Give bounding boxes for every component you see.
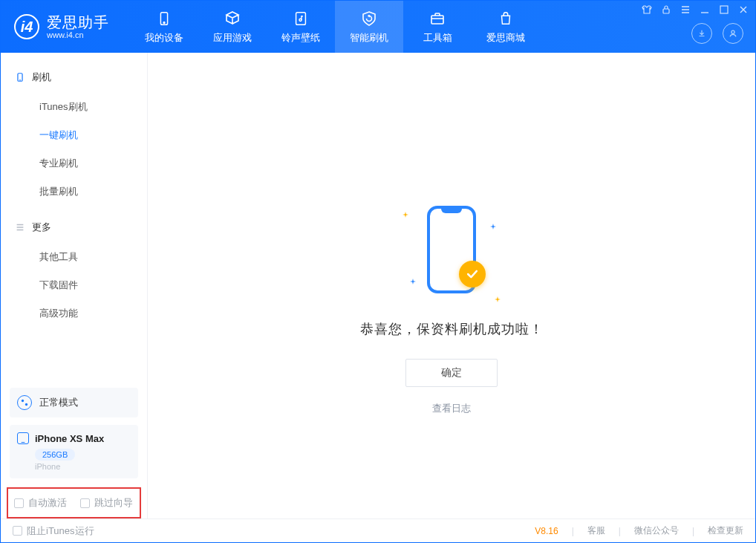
sidebar-group-title: 更多 xyxy=(32,221,51,234)
checkbox-label: 阻止iTunes运行 xyxy=(27,524,94,538)
device-small-icon xyxy=(14,71,26,83)
download-button[interactable] xyxy=(691,23,712,44)
svg-rect-6 xyxy=(431,16,443,24)
brand: i4 爱思助手 www.i4.cn xyxy=(14,14,109,39)
nav-my-device[interactable]: 我的设备 xyxy=(130,1,198,53)
close-button[interactable] xyxy=(737,4,749,16)
svg-point-10 xyxy=(25,403,27,406)
brand-name: 爱思助手 xyxy=(47,14,109,30)
options-highlight-box: 自动激活 跳过向导 xyxy=(7,487,141,518)
device-mode-label: 正常模式 xyxy=(39,396,78,409)
toolbox-icon xyxy=(428,9,447,28)
phone-icon xyxy=(154,9,174,28)
check-update-link[interactable]: 检查更新 xyxy=(708,524,743,537)
sparkle-icon xyxy=(403,207,408,213)
check-badge-icon xyxy=(459,261,486,287)
nav-label: 应用游戏 xyxy=(213,31,252,45)
brand-text: 爱思助手 www.i4.cn xyxy=(47,14,109,39)
nav-label: 工具箱 xyxy=(423,31,452,45)
main-content: 恭喜您，保资料刷机成功啦！ 确定 查看日志 xyxy=(148,53,755,518)
checkbox-box-icon xyxy=(80,498,90,508)
support-link[interactable]: 客服 xyxy=(587,524,605,537)
mode-icon xyxy=(17,395,32,410)
statusbar-right: V8.16 | 客服 | 微信公众号 | 检查更新 xyxy=(535,524,743,537)
tshirt-icon[interactable] xyxy=(641,4,653,16)
brand-logo-icon: i4 xyxy=(14,14,39,39)
device-info-panel[interactable]: iPhone XS Max 256GB iPhone xyxy=(10,425,138,478)
nav-label: 我的设备 xyxy=(145,31,183,45)
device-capacity-badge: 256GB xyxy=(35,449,75,461)
sidebar-item-other-tools[interactable]: 其他工具 xyxy=(1,243,147,271)
statusbar: 阻止iTunes运行 V8.16 | 客服 | 微信公众号 | 检查更新 xyxy=(1,518,755,542)
sparkle-icon xyxy=(495,292,501,298)
view-log-link[interactable]: 查看日志 xyxy=(432,402,471,415)
checkbox-skip-guide[interactable]: 跳过向导 xyxy=(80,496,133,510)
sidebar-item-advanced[interactable]: 高级功能 xyxy=(1,299,147,328)
version-label: V8.16 xyxy=(535,526,558,536)
sidebar-list-flash: iTunes刷机 一键刷机 专业刷机 批量刷机 xyxy=(1,88,147,216)
sidebar-item-batch-flash[interactable]: 批量刷机 xyxy=(1,178,147,206)
nav-toolbox[interactable]: 工具箱 xyxy=(403,1,472,53)
svg-point-7 xyxy=(731,30,734,33)
window-controls xyxy=(641,4,749,16)
list-icon xyxy=(14,221,26,233)
account-button[interactable] xyxy=(723,23,743,44)
sidebar-list-more: 其他工具 下载固件 高级功能 xyxy=(1,238,147,338)
device-mode-panel[interactable]: 正常模式 xyxy=(10,388,138,417)
result-title: 恭喜您，保资料刷机成功啦！ xyxy=(360,320,544,338)
maximize-button[interactable] xyxy=(718,4,730,16)
checkbox-box-icon xyxy=(13,526,22,536)
sidebar-item-download-firmware[interactable]: 下载固件 xyxy=(1,271,147,299)
divider: | xyxy=(619,526,621,536)
sidebar-group-title: 刷机 xyxy=(32,71,51,84)
sparkle-icon xyxy=(410,274,416,280)
top-nav: 我的设备 应用游戏 铃声壁纸 智能刷机 工具箱 爱思商城 xyxy=(130,1,540,53)
checkbox-label: 跳过向导 xyxy=(94,496,133,510)
bag-icon xyxy=(496,9,515,28)
success-illustration xyxy=(385,194,518,305)
body: 刷机 iTunes刷机 一键刷机 专业刷机 批量刷机 更多 其他工具 下载固件 … xyxy=(1,53,755,518)
nav-ringtones-wallpapers[interactable]: 铃声壁纸 xyxy=(267,1,335,53)
svg-point-3 xyxy=(163,22,165,24)
divider: | xyxy=(572,526,574,536)
sparkle-icon xyxy=(490,219,496,225)
sidebar-group-flash[interactable]: 刷机 xyxy=(1,66,147,88)
svg-rect-0 xyxy=(663,9,669,13)
nav-smart-flash[interactable]: 智能刷机 xyxy=(335,1,403,53)
sidebar: 刷机 iTunes刷机 一键刷机 专业刷机 批量刷机 更多 其他工具 下载固件 … xyxy=(1,53,148,518)
svg-rect-1 xyxy=(720,6,728,13)
device-type: iPhone xyxy=(35,462,131,471)
app-window: i4 爱思助手 www.i4.cn 我的设备 应用游戏 铃声壁纸 智能刷机 xyxy=(0,0,756,543)
music-file-icon xyxy=(291,9,310,28)
sidebar-item-itunes-flash[interactable]: iTunes刷机 xyxy=(1,93,147,121)
nav-store[interactable]: 爱思商城 xyxy=(472,1,540,53)
nav-apps-games[interactable]: 应用游戏 xyxy=(198,1,267,53)
wechat-link[interactable]: 微信公众号 xyxy=(634,524,679,537)
sidebar-group-more[interactable]: 更多 xyxy=(1,216,147,238)
flash-result: 恭喜您，保资料刷机成功啦！ 确定 查看日志 xyxy=(360,194,544,415)
device-panels: 正常模式 iPhone XS Max 256GB iPhone xyxy=(1,388,147,484)
checkbox-label: 自动激活 xyxy=(28,496,67,510)
checkbox-box-icon xyxy=(14,498,24,508)
sidebar-item-pro-flash[interactable]: 专业刷机 xyxy=(1,149,147,178)
svg-point-5 xyxy=(299,19,302,21)
device-phone-icon xyxy=(17,432,29,444)
nav-label: 智能刷机 xyxy=(350,31,388,45)
divider: | xyxy=(692,526,694,536)
titlebar: i4 爱思助手 www.i4.cn 我的设备 应用游戏 铃声壁纸 智能刷机 xyxy=(1,1,755,53)
checkbox-auto-activate[interactable]: 自动激活 xyxy=(14,496,67,510)
menu-icon[interactable] xyxy=(680,4,691,16)
refresh-shield-icon xyxy=(359,9,379,28)
nav-label: 铃声壁纸 xyxy=(281,31,320,45)
ok-button[interactable]: 确定 xyxy=(405,359,498,387)
sidebar-item-oneclick-flash[interactable]: 一键刷机 xyxy=(1,121,147,149)
brand-url: www.i4.cn xyxy=(47,30,109,39)
lock-icon[interactable] xyxy=(660,4,672,16)
checkbox-block-itunes[interactable]: 阻止iTunes运行 xyxy=(13,524,94,538)
titlebar-right xyxy=(691,23,743,44)
nav-label: 爱思商城 xyxy=(486,31,525,45)
svg-point-9 xyxy=(22,400,24,402)
cube-icon xyxy=(223,9,242,28)
device-name: iPhone XS Max xyxy=(35,433,104,444)
minimize-button[interactable] xyxy=(699,4,711,16)
